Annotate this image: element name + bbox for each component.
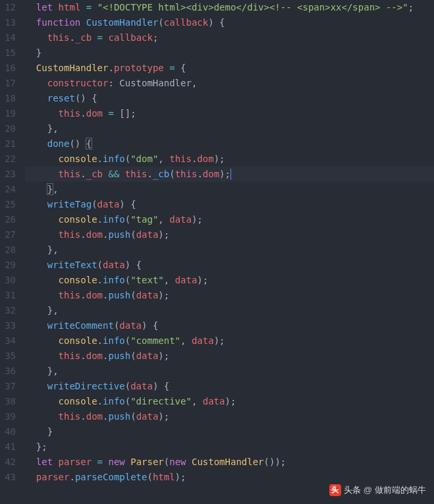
code-content[interactable]: let html = "<!DOCTYPE html><div>demo</di… [25,0,434,485]
token-pu: . [69,32,74,43]
code-line[interactable]: CustomHandler.prototype = { [25,61,434,76]
watermark-at: @ [364,482,372,497]
code-line[interactable]: } [25,45,434,61]
token-pu: . [69,472,74,482]
token-va: this [47,32,70,43]
code-line[interactable]: console.info("text", data); [25,273,434,288]
line-number: 25 [0,197,16,212]
code-line[interactable]: constructor: CustomHandler, [25,76,434,91]
line-number: 35 [0,349,16,364]
token-pu: { [136,260,142,270]
token-pl [25,214,59,225]
token-pu: { [92,93,97,103]
token-pu: ( [125,214,130,225]
line-number: 34 [0,333,16,349]
code-line[interactable]: console.info("dom", this.dom); [25,152,434,167]
token-pr: data [136,350,159,361]
token-pl [25,108,59,119]
token-pu: ); [214,335,225,346]
watermark-prefix: 头条 [344,482,361,497]
code-line[interactable]: }, [25,182,434,197]
code-line[interactable]: }, [25,364,434,379]
token-pu: ( [130,290,136,300]
token-pl [175,63,180,73]
token-pl [25,457,36,467]
code-line[interactable]: writeTag(data) { [25,197,434,212]
token-pr: data [136,290,159,300]
token-pl [92,32,97,43]
token-pl [25,381,47,391]
token-pl [53,2,58,13]
code-line[interactable]: this.dom.push(data); [25,409,434,424]
token-pu: ); [158,229,169,240]
token-pu: , [53,184,58,194]
code-line[interactable]: reset() { [25,91,434,106]
token-pu: , [158,214,169,225]
token-pr: dom [197,154,213,164]
token-pu: ) [208,17,213,28]
token-pu: ); [158,411,169,422]
code-line[interactable]: writeText(data) { [25,258,434,273]
token-pu: { [130,199,136,210]
token-fn: parseComplete [75,472,148,482]
token-op: = [97,32,103,43]
code-line[interactable]: console.info("directive", data); [25,394,434,409]
token-pu: ( [130,411,136,422]
token-fn: info [103,214,125,225]
token-pu: { [164,381,169,391]
token-op: = [169,63,175,73]
token-fn: info [103,275,125,285]
code-line[interactable]: this.dom = []; [25,106,434,121]
token-pl [25,305,47,316]
token-pl [186,457,192,467]
code-line[interactable]: }, [25,242,434,258]
token-pu: . [97,275,103,285]
token-pl: CustomHandler [119,78,192,88]
code-line[interactable]: function CustomHandler(callback) { [25,15,434,30]
token-va: this [59,350,81,361]
token-pl [25,350,59,361]
token-pu: () [75,93,86,103]
code-line[interactable]: console.info("comment", data); [25,333,434,349]
line-number: 43 [0,470,16,485]
token-va: this [59,229,81,240]
code-line[interactable]: writeDirective(data) { [25,379,434,394]
watermark: 头 头条 @做前端的蜗牛 [329,482,426,497]
token-cl: CustomHandler [36,63,109,73]
token-pu: }, [47,244,59,255]
code-line[interactable]: }, [25,121,434,136]
code-line[interactable]: done() { [25,136,434,152]
code-line[interactable]: } [25,424,434,439]
token-pr: parser [36,472,70,482]
code-line[interactable]: writeComment(data) { [25,318,434,333]
token-pl [158,381,163,391]
line-number: 13 [0,15,16,30]
watermark-author: 做前端的蜗牛 [375,482,426,497]
code-line[interactable]: this.dom.push(data); [25,288,434,303]
token-pl [92,457,97,467]
token-va: this [175,169,198,179]
code-line[interactable]: let parser = new Parser(new CustomHandle… [25,455,434,470]
token-pu: { [153,320,158,331]
code-line[interactable]: }, [25,303,434,318]
code-editor[interactable]: 1213141516171819202122232425262728293031… [0,0,434,485]
token-pr: data [136,229,159,240]
code-line[interactable]: }; [25,439,434,455]
token-pl [25,290,59,300]
token-kw: new [169,457,186,467]
code-line[interactable]: this._cb = callback; [25,30,434,45]
token-cl: Parser [130,457,164,467]
token-pl [25,275,59,285]
token-pu: ()); [264,457,286,467]
line-number: 37 [0,379,16,394]
code-line[interactable]: this.dom.push(data); [25,227,434,242]
code-line[interactable]: this.dom.push(data); [25,349,434,364]
code-line[interactable]: let html = "<!DOCTYPE html><div>demo</di… [25,0,434,15]
token-pu: ( [158,17,163,28]
token-pu: . [80,290,86,300]
code-line[interactable]: console.info("tag", data); [25,212,434,227]
token-pu: }, [47,123,59,134]
token-pr: html [153,472,175,482]
token-pl [86,93,92,103]
code-line[interactable]: this._cb && this._cb(this.dom); [25,167,434,182]
